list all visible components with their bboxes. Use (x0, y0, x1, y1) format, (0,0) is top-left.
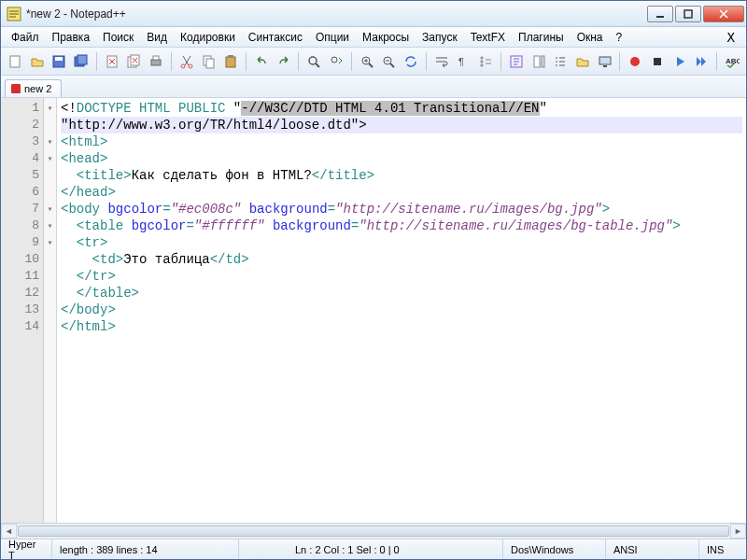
code-line[interactable]: </body> (61, 301, 742, 318)
fold-marker[interactable]: ▾ (44, 100, 56, 117)
code-line[interactable]: "http://www.w3.org/TR/html4/loose.dtd"> (61, 117, 742, 133)
line-number[interactable]: 10 (1, 251, 41, 268)
line-number[interactable]: 1 (1, 100, 41, 117)
folder-button[interactable] (572, 51, 593, 72)
new-file-button[interactable] (5, 51, 25, 72)
record-button[interactable] (625, 51, 645, 72)
menu-help[interactable]: ? (610, 29, 629, 46)
line-number[interactable]: 8 (1, 217, 41, 234)
replace-button[interactable] (326, 51, 346, 72)
close-all-button[interactable] (124, 51, 145, 72)
fold-marker[interactable]: ▾ (44, 201, 56, 217)
code-line[interactable]: <html> (61, 133, 742, 150)
line-number[interactable]: 6 (1, 184, 41, 201)
redo-button[interactable] (274, 51, 294, 72)
print-button[interactable] (146, 51, 166, 72)
menu-textfx[interactable]: TextFX (464, 29, 512, 46)
line-number[interactable]: 13 (1, 301, 41, 318)
menu-close-x[interactable]: X (721, 28, 742, 47)
code-line[interactable]: <body bgcolor="#ec008c" background="http… (61, 201, 742, 217)
play-button[interactable] (669, 51, 690, 72)
tabbar: new 2 (1, 76, 746, 98)
line-number[interactable]: 2 (1, 117, 41, 133)
spellcheck-button[interactable]: ABC (722, 51, 742, 72)
menu-search[interactable]: Поиск (96, 29, 140, 46)
function-list-button[interactable] (550, 51, 571, 72)
fold-marker[interactable]: ▾ (44, 217, 56, 234)
doc-map-button[interactable] (529, 51, 549, 72)
menu-file[interactable]: Файл (5, 29, 46, 46)
find-button[interactable] (303, 51, 324, 72)
line-number-gutter[interactable]: 1234567891011121314 (1, 98, 44, 523)
tab-new-2[interactable]: new 2 (5, 79, 62, 97)
line-number[interactable]: 11 (1, 268, 41, 285)
zoom-in-button[interactable] (357, 51, 377, 72)
close-button[interactable] (703, 6, 744, 22)
code-line[interactable]: <table bgcolor="#ffffff" background="htt… (61, 217, 742, 234)
monitor-button[interactable] (595, 51, 615, 72)
menu-encoding[interactable]: Кодировки (174, 29, 242, 46)
indent-guide-button[interactable] (475, 51, 496, 72)
fold-marker[interactable]: ▾ (44, 150, 56, 167)
zoom-out-button[interactable] (378, 51, 399, 72)
line-number[interactable]: 3 (1, 133, 41, 150)
menu-syntax[interactable]: Синтаксис (242, 29, 309, 46)
sync-button[interactable] (401, 51, 421, 72)
code-line[interactable]: </tr> (61, 268, 742, 285)
undo-button[interactable] (251, 51, 272, 72)
editor: 1234567891011121314 ▾▾▾▾▾▾ <!DOCTYPE HTM… (1, 98, 746, 523)
code-line[interactable]: <head> (61, 150, 742, 167)
fold-gutter[interactable]: ▾▾▾▾▾▾ (44, 98, 57, 523)
svg-line-25 (390, 63, 394, 67)
code-line[interactable]: <td>Это таблица</td> (61, 251, 742, 268)
menu-view[interactable]: Вид (140, 29, 174, 46)
code-line[interactable]: </head> (61, 184, 742, 201)
menu-macros[interactable]: Макросы (356, 29, 416, 46)
menu-windows[interactable]: Окна (571, 29, 610, 46)
show-all-button[interactable]: ¶ (454, 51, 474, 72)
horizontal-scrollbar[interactable]: ◄ ► (1, 523, 746, 539)
save-button[interactable] (49, 51, 69, 72)
scroll-thumb[interactable] (18, 525, 729, 537)
window-title: *new 2 - Notepad++ (26, 7, 647, 21)
code-line[interactable]: </table> (61, 285, 742, 301)
unsaved-dot-icon (11, 84, 21, 93)
line-number[interactable]: 7 (1, 201, 41, 217)
titlebar[interactable]: *new 2 - Notepad++ (1, 1, 746, 27)
menu-edit[interactable]: Правка (46, 29, 97, 46)
scroll-left-button[interactable]: ◄ (1, 524, 17, 539)
menu-plugins[interactable]: Плагины (512, 29, 571, 46)
code-area[interactable]: <!DOCTYPE HTML PUBLIC "-//W3C//DTD HTML … (57, 98, 746, 523)
udl-button[interactable] (506, 51, 527, 72)
fold-marker (44, 318, 56, 335)
line-number[interactable]: 12 (1, 285, 41, 301)
svg-rect-2 (684, 10, 692, 18)
code-line[interactable]: <title>Как сделать фон в HTML?</title> (61, 167, 742, 184)
minimize-button[interactable] (647, 6, 673, 22)
scroll-right-button[interactable]: ► (730, 524, 746, 539)
code-line[interactable]: </html> (61, 318, 742, 335)
code-line[interactable]: <tr> (61, 234, 742, 251)
save-all-button[interactable] (71, 51, 92, 72)
fast-forward-button[interactable] (692, 51, 712, 72)
svg-point-19 (309, 57, 317, 64)
open-file-button[interactable] (27, 51, 48, 72)
stop-button[interactable] (647, 51, 668, 72)
line-number[interactable]: 5 (1, 167, 41, 184)
close-file-button[interactable] (102, 51, 122, 72)
cut-button[interactable] (176, 51, 197, 72)
notepadpp-window: *new 2 - Notepad++ Файл Правка Поиск Вид… (0, 0, 747, 560)
menu-run[interactable]: Запуск (416, 29, 464, 46)
line-number[interactable]: 9 (1, 234, 41, 251)
maximize-button[interactable] (675, 6, 701, 22)
fold-marker[interactable]: ▾ (44, 234, 56, 251)
line-number[interactable]: 14 (1, 318, 41, 335)
svg-rect-33 (654, 58, 661, 65)
paste-button[interactable] (220, 51, 241, 72)
line-number[interactable]: 4 (1, 150, 41, 167)
copy-button[interactable] (199, 51, 219, 72)
word-wrap-button[interactable] (431, 51, 452, 72)
menu-options[interactable]: Опции (309, 29, 356, 46)
fold-marker[interactable]: ▾ (44, 133, 56, 150)
code-line[interactable]: <!DOCTYPE HTML PUBLIC "-//W3C//DTD HTML … (61, 100, 742, 117)
